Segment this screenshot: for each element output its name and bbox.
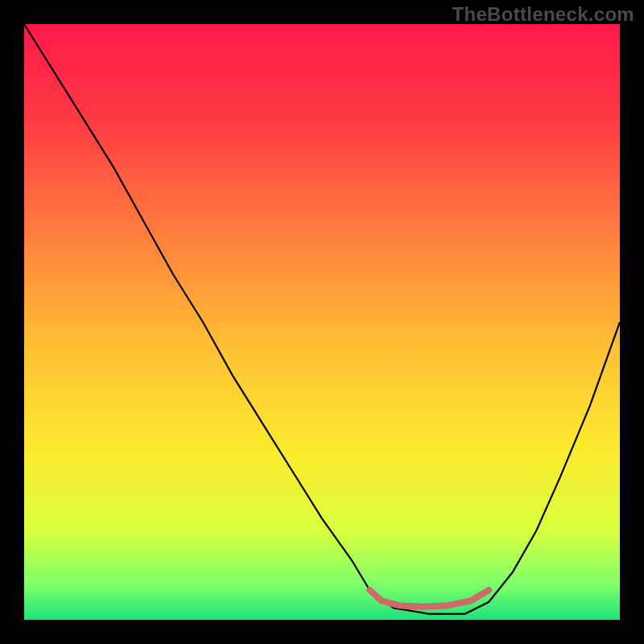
watermark-text: TheBottleneck.com <box>452 3 634 26</box>
gradient-rect <box>24 24 620 620</box>
plot-area <box>24 24 620 620</box>
plot-svg <box>24 24 620 620</box>
chart-frame: TheBottleneck.com <box>0 0 644 644</box>
